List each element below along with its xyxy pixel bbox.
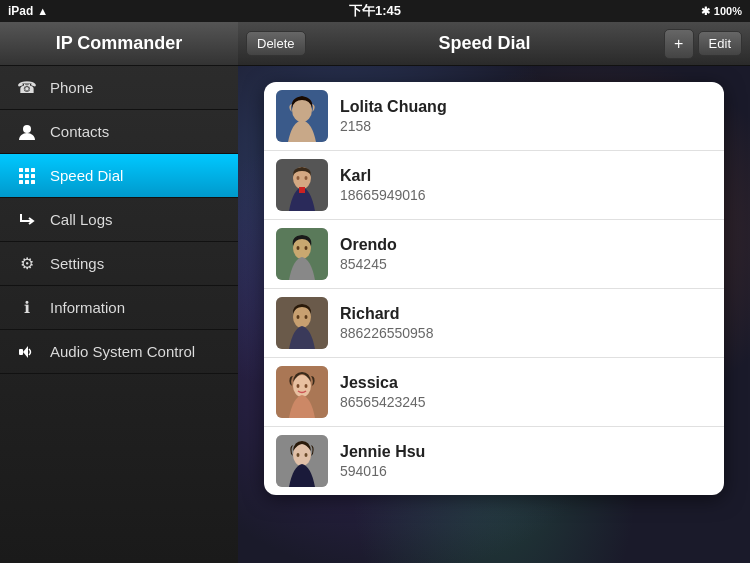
contact-name: Orendo xyxy=(340,236,712,254)
sidebar-item-contacts-label: Contacts xyxy=(50,123,109,140)
svg-rect-5 xyxy=(25,174,29,178)
contact-info: Orendo854245 xyxy=(340,236,712,272)
svg-rect-2 xyxy=(25,168,29,172)
svg-point-27 xyxy=(293,375,311,397)
settings-icon: ⚙ xyxy=(16,253,38,275)
status-bar: iPad ▲ 下午1:45 ✱ 100% xyxy=(0,0,750,22)
contact-name: Lolita Chuang xyxy=(340,98,712,116)
svg-point-0 xyxy=(23,125,31,133)
sidebar-item-settings-label: Settings xyxy=(50,255,104,272)
svg-rect-4 xyxy=(19,174,23,178)
svg-rect-15 xyxy=(299,187,305,193)
avatar xyxy=(276,297,328,349)
avatar xyxy=(276,159,328,211)
contact-name: Karl xyxy=(340,167,712,185)
svg-rect-8 xyxy=(25,180,29,184)
svg-point-17 xyxy=(305,176,308,180)
sidebar-item-information-label: Information xyxy=(50,299,125,316)
contact-info: Jessica86565423245 xyxy=(340,374,712,410)
svg-rect-1 xyxy=(19,168,23,172)
sidebar-item-audio-label: Audio System Control xyxy=(50,343,195,360)
sidebar-item-audio-system[interactable]: Audio System Control xyxy=(0,330,238,374)
contact-list: Lolita Chuang2158 Karl18665949016 Orendo… xyxy=(264,82,724,495)
svg-rect-9 xyxy=(31,180,35,184)
contact-number: 854245 xyxy=(340,256,712,272)
svg-rect-10 xyxy=(19,349,23,355)
sidebar-title: IP Commander xyxy=(0,22,238,66)
contact-item[interactable]: Orendo854245 xyxy=(264,220,724,289)
contact-number: 86565423245 xyxy=(340,394,712,410)
toolbar-title: Speed Dial xyxy=(439,33,531,53)
toolbar: Delete Speed Dial + Edit xyxy=(238,22,750,66)
avatar xyxy=(276,228,328,280)
contact-number: 2158 xyxy=(340,118,712,134)
contact-number: 594016 xyxy=(340,463,712,479)
contact-info: Jennie Hsu594016 xyxy=(340,443,712,479)
contact-number: 886226550958 xyxy=(340,325,712,341)
sidebar-item-phone-label: Phone xyxy=(50,79,93,96)
sidebar-nav: ☎ Phone Contacts xyxy=(0,66,238,563)
contact-item[interactable]: Jennie Hsu594016 xyxy=(264,427,724,495)
plus-icon: + xyxy=(674,35,683,53)
svg-rect-6 xyxy=(31,174,35,178)
sidebar-item-contacts[interactable]: Contacts xyxy=(0,110,238,154)
sidebar-item-information[interactable]: ℹ Information xyxy=(0,286,238,330)
sidebar-item-settings[interactable]: ⚙ Settings xyxy=(0,242,238,286)
svg-point-24 xyxy=(297,315,300,319)
sidebar-item-speed-dial[interactable]: Speed Dial xyxy=(0,154,238,198)
contact-number: 18665949016 xyxy=(340,187,712,203)
information-icon: ℹ xyxy=(16,297,38,319)
contact-info: Richard886226550958 xyxy=(340,305,712,341)
contact-item[interactable]: Richard886226550958 xyxy=(264,289,724,358)
toolbar-right: + Edit xyxy=(664,29,742,59)
toolbar-center: Speed Dial xyxy=(306,33,664,54)
contact-item[interactable]: Jessica86565423245 xyxy=(264,358,724,427)
sidebar: IP Commander ☎ Phone Contacts xyxy=(0,22,238,563)
contacts-icon xyxy=(16,121,38,143)
svg-point-16 xyxy=(297,176,300,180)
content-area: Delete Speed Dial + Edit Lolita Chuang21… xyxy=(238,22,750,563)
audio-icon xyxy=(16,341,38,363)
contact-item[interactable]: Karl18665949016 xyxy=(264,151,724,220)
status-time: 下午1:45 xyxy=(349,2,401,20)
svg-point-21 xyxy=(305,246,308,250)
svg-point-33 xyxy=(305,453,308,457)
delete-button[interactable]: Delete xyxy=(246,31,306,56)
edit-button[interactable]: Edit xyxy=(698,31,742,56)
svg-point-29 xyxy=(305,384,308,388)
contact-info: Lolita Chuang2158 xyxy=(340,98,712,134)
svg-point-32 xyxy=(297,453,300,457)
main-layout: IP Commander ☎ Phone Contacts xyxy=(0,22,750,563)
svg-rect-7 xyxy=(19,180,23,184)
sidebar-item-speed-dial-label: Speed Dial xyxy=(50,167,123,184)
status-right: ✱ 100% xyxy=(701,5,742,18)
avatar xyxy=(276,90,328,142)
contact-item[interactable]: Lolita Chuang2158 xyxy=(264,82,724,151)
phone-icon: ☎ xyxy=(16,77,38,99)
speed-dial-icon xyxy=(16,165,38,187)
contact-name: Jessica xyxy=(340,374,712,392)
svg-point-20 xyxy=(297,246,300,250)
svg-point-25 xyxy=(305,315,308,319)
toolbar-left: Delete xyxy=(246,31,306,56)
contact-name: Jennie Hsu xyxy=(340,443,712,461)
svg-rect-3 xyxy=(31,168,35,172)
contact-list-container: Lolita Chuang2158 Karl18665949016 Orendo… xyxy=(238,66,750,563)
status-left: iPad ▲ xyxy=(8,4,48,18)
wifi-icon: ▲ xyxy=(37,5,48,17)
avatar xyxy=(276,435,328,487)
sidebar-item-call-logs[interactable]: Call Logs xyxy=(0,198,238,242)
sidebar-item-phone[interactable]: ☎ Phone xyxy=(0,66,238,110)
call-logs-icon xyxy=(16,209,38,231)
contact-name: Richard xyxy=(340,305,712,323)
svg-point-23 xyxy=(293,306,311,328)
bluetooth-icon: ✱ xyxy=(701,5,710,18)
device-label: iPad xyxy=(8,4,33,18)
add-button[interactable]: + xyxy=(664,29,694,59)
avatar xyxy=(276,366,328,418)
contact-info: Karl18665949016 xyxy=(340,167,712,203)
sidebar-item-call-logs-label: Call Logs xyxy=(50,211,113,228)
battery-level: 100% xyxy=(714,5,742,17)
svg-point-28 xyxy=(297,384,300,388)
